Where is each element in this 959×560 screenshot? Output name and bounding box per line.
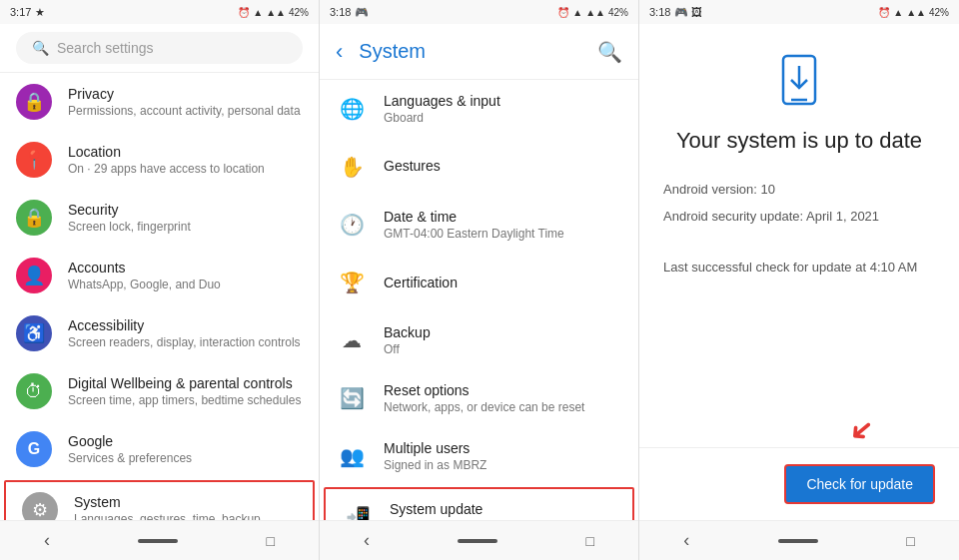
multiple-users-subtitle: Signed in as MBRZ: [384, 458, 622, 472]
location-title: Location: [68, 144, 303, 160]
system-item-backup[interactable]: ☁ Backup Off: [320, 311, 638, 369]
nav-bar-1: ‹ □: [0, 520, 319, 560]
search-icon-btn-system[interactable]: 🔍: [589, 32, 630, 72]
status-right-1: ⏰ ▲ ▲▲ 42%: [238, 7, 309, 18]
system-update-text: System update Updated to Android 10: [390, 501, 616, 520]
languages-text: Languages & input Gboard: [384, 93, 622, 125]
settings-item-location[interactable]: 📍 Location On · 29 apps have access to l…: [0, 131, 319, 189]
settings-item-accessibility[interactable]: ♿ Accessibility Screen readers, display,…: [0, 304, 319, 362]
system-item-date-time[interactable]: 🕐 Date & time GMT-04:00 Eastern Daylight…: [320, 196, 638, 254]
search-icon: 🔍: [32, 40, 49, 56]
accounts-subtitle: WhatsApp, Google, and Duo: [68, 278, 303, 291]
privacy-text: Privacy Permissions, account activity, p…: [68, 86, 303, 118]
gestures-text: Gestures: [384, 158, 622, 176]
digital-wellbeing-icon: ⏱: [16, 373, 52, 409]
wifi-icon-1: ▲: [253, 7, 263, 18]
back-nav-btn-2[interactable]: ‹: [364, 530, 370, 551]
system-panel: 3:18 🎮 ⏰ ▲ ▲▲ 42% ‹ System 🔍 🌐 Languages…: [320, 0, 639, 560]
security-title: Security: [68, 202, 303, 218]
privacy-subtitle: Permissions, account activity, personal …: [68, 104, 303, 118]
system-list: 🌐 Languages & input Gboard ✋ Gestures 🕐 …: [320, 80, 638, 520]
multiple-users-title: Multiple users: [384, 440, 622, 456]
backup-subtitle: Off: [384, 342, 622, 356]
clock-icon-1: ⏰: [238, 7, 250, 18]
accessibility-text: Accessibility Screen readers, display, i…: [68, 317, 303, 349]
settings-panel: 3:17 ★ ⏰ ▲ ▲▲ 42% 🔍 Search settings 🔒 Pr…: [0, 0, 320, 560]
system-item-certification[interactable]: 🏆 Certification: [320, 254, 638, 311]
digital-wellbeing-text: Digital Wellbeing & parental controls Sc…: [68, 375, 303, 407]
system-item-languages[interactable]: 🌐 Languages & input Gboard: [320, 80, 638, 138]
settings-item-google[interactable]: G Google Services & preferences: [0, 420, 319, 478]
location-icon: 📍: [16, 142, 52, 178]
backup-icon: ☁: [336, 324, 368, 356]
settings-item-accounts[interactable]: 👤 Accounts WhatsApp, Google, and Duo: [0, 247, 319, 304]
reset-text: Reset options Network, apps, or device c…: [384, 382, 622, 414]
privacy-icon: 🔒: [16, 84, 52, 120]
datetime-icon: 🕐: [336, 209, 368, 241]
settings-item-system[interactable]: ⚙ System Languages, gestures, time, back…: [4, 480, 315, 520]
reset-subtitle: Network, apps, or device can be reset: [384, 400, 622, 414]
status-bar-3: 3:18 🎮 🖼 ⏰ ▲ ▲▲ 42%: [639, 0, 959, 24]
backup-text: Backup Off: [384, 324, 622, 356]
digital-wellbeing-subtitle: Screen time, app timers, bedtime schedul…: [68, 393, 303, 407]
nav-bar-3: ‹ □: [639, 520, 959, 560]
certification-icon: 🏆: [336, 267, 368, 298]
settings-item-security[interactable]: 🔒 Security Screen lock, fingerprint: [0, 189, 319, 247]
signal-icon-2: ▲▲: [585, 7, 605, 18]
settings-item-digital-wellbeing[interactable]: ⏱ Digital Wellbeing & parental controls …: [0, 362, 319, 420]
check-update-button[interactable]: Check for update: [784, 464, 935, 504]
system-header: ‹ System 🔍: [320, 24, 638, 80]
privacy-title: Privacy: [68, 86, 303, 102]
time-3: 3:18: [649, 6, 670, 18]
security-text: Security Screen lock, fingerprint: [68, 202, 303, 234]
system-update-icon: 📲: [342, 501, 374, 520]
google-text: Google Services & preferences: [68, 433, 303, 465]
signal-icon-3: ▲▲: [906, 7, 926, 18]
clock-icon-3: ⏰: [878, 7, 890, 18]
android-version: Android version: 10: [663, 178, 935, 201]
update-panel: 3:18 🎮 🖼 ⏰ ▲ ▲▲ 42% Your system is up to…: [639, 0, 959, 560]
certification-text: Certification: [384, 275, 622, 290]
battery-2: 42%: [608, 7, 628, 18]
system-icon: ⚙: [22, 492, 58, 520]
datetime-title: Date & time: [384, 209, 622, 225]
accounts-title: Accounts: [68, 260, 303, 276]
recents-nav-btn-1[interactable]: □: [266, 533, 274, 549]
system-item-system-update[interactable]: 📲 System update Updated to Android 10: [324, 487, 634, 520]
accessibility-icon: ♿: [16, 315, 52, 351]
home-nav-indicator-3[interactable]: [778, 539, 818, 543]
update-content: Your system is up to date Android versio…: [639, 24, 959, 447]
home-nav-indicator-2[interactable]: [458, 539, 497, 543]
languages-subtitle: Gboard: [384, 111, 622, 125]
home-nav-indicator-1[interactable]: [138, 539, 178, 543]
update-footer: ➜ Check for update: [639, 447, 959, 520]
google-subtitle: Services & preferences: [68, 451, 303, 465]
status-left-3: 3:18 🎮 🖼: [649, 6, 702, 19]
google-icon: G: [16, 431, 52, 467]
system-item-reset[interactable]: 🔄 Reset options Network, apps, or device…: [320, 369, 638, 427]
system-item-gestures[interactable]: ✋ Gestures: [320, 138, 638, 196]
gestures-title: Gestures: [384, 158, 622, 174]
status-left-2: 3:18 🎮: [330, 6, 369, 19]
reset-icon: 🔄: [336, 382, 368, 414]
settings-list: 🔒 Privacy Permissions, account activity,…: [0, 73, 319, 520]
back-nav-btn-3[interactable]: ‹: [683, 530, 689, 551]
search-placeholder: Search settings: [57, 40, 154, 56]
multiple-users-icon: 👥: [336, 440, 368, 472]
time-2: 3:18: [330, 6, 351, 18]
location-text: Location On · 29 apps have access to loc…: [68, 144, 303, 176]
nav-bar-2: ‹ □: [320, 520, 638, 560]
backup-title: Backup: [384, 324, 622, 340]
settings-search-bar[interactable]: 🔍 Search settings: [0, 24, 319, 73]
status-right-2: ⏰ ▲ ▲▲ 42%: [557, 7, 628, 18]
google-title: Google: [68, 433, 303, 449]
system-title: System: [74, 494, 297, 510]
security-icon: 🔒: [16, 200, 52, 236]
settings-item-privacy[interactable]: 🔒 Privacy Permissions, account activity,…: [0, 73, 319, 131]
system-item-multiple-users[interactable]: 👥 Multiple users Signed in as MBRZ: [320, 427, 638, 485]
recents-nav-btn-3[interactable]: □: [906, 533, 914, 549]
datetime-subtitle: GMT-04:00 Eastern Daylight Time: [384, 227, 622, 241]
back-button-system[interactable]: ‹: [328, 31, 351, 73]
back-nav-btn-1[interactable]: ‹: [44, 530, 50, 551]
recents-nav-btn-2[interactable]: □: [585, 533, 593, 549]
